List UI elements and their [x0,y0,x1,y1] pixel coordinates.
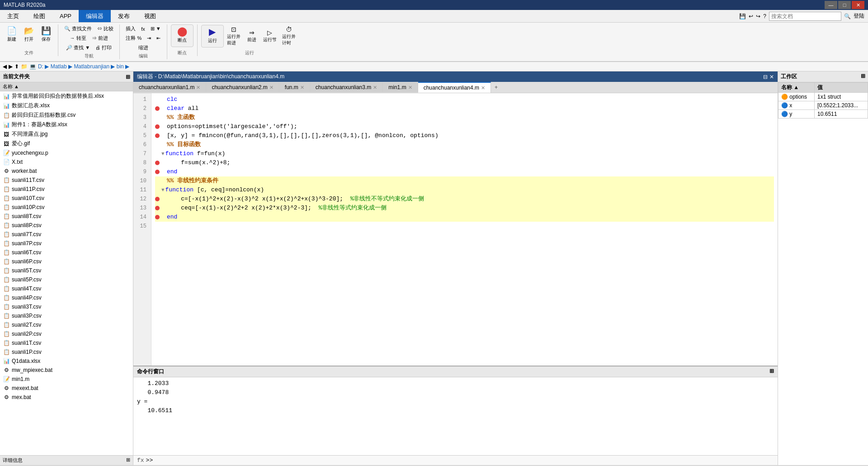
list-item[interactable]: ⚙mexext.bat [0,384,133,393]
fold-icon[interactable]: ▼ [161,185,165,195]
list-item[interactable]: 📋suanli6P.csv [0,257,133,266]
fold-icon[interactable]: ▼ [161,149,165,158]
code-line[interactable]: ▼function f=fun(x) [155,149,774,158]
search-button[interactable]: 🔎 查找 ▼ [64,43,92,52]
list-item[interactable]: 📋suanli7P.csv [0,239,133,248]
editor-close-icon[interactable]: ✕ [769,74,774,80]
minimize-button[interactable]: — [825,1,837,9]
editor-tab[interactable]: chuanchuanxunlian3.m✕ [310,82,383,92]
tab-close-icon[interactable]: ✕ [196,85,200,90]
list-item[interactable]: 🖼爱心.gif [0,139,133,148]
code-line[interactable]: ▼function [c, ceq]=nonlcon(x) [155,185,774,195]
list-item[interactable]: 📋suanli8T.csv [0,212,133,221]
forward-nav-btn[interactable]: ▶ [9,63,13,70]
menu-app[interactable]: APP [52,10,79,22]
help-icon[interactable]: ? [763,13,766,19]
advance-button[interactable]: ⇒ 前进 [90,34,110,43]
list-item[interactable]: 📋suanli3T.csv [0,302,133,311]
indent2-button[interactable]: ⇥ [145,34,153,42]
print-button[interactable]: 🖨 打印 [93,43,114,52]
login-btn[interactable]: 登陆 [854,12,864,20]
code-line[interactable]: f=sum(x.^2)+8; [155,158,774,167]
comment-button[interactable]: 注释 % [123,34,144,43]
run-timer-button[interactable]: ⏱ 运行并计时 [280,24,298,48]
list-item[interactable]: 📊附件1：赛题A数据.xlsx [0,120,133,129]
ws-row[interactable]: 🟠 options1x1 struct [778,93,868,101]
list-item[interactable]: 📋suanli2P.csv [0,329,133,338]
list-item[interactable]: 📋suanli10T.csv [0,194,133,203]
code-line[interactable]: clear all [155,104,774,113]
search-btn[interactable]: 🔍 [844,13,851,19]
back-nav-btn[interactable]: ◀ [3,63,7,70]
cmd-expand-icon[interactable]: ⊞ [769,368,774,376]
goto-button[interactable]: → 转至 [68,34,89,43]
list-item[interactable]: 🖼不同泄露点.jpg [0,129,133,139]
indent-button[interactable]: ⊞ ▼ [148,25,163,33]
cmd-input[interactable] [155,457,774,464]
redo-icon[interactable]: ↪ [756,13,760,19]
ws-row[interactable]: 🔵 y10.6511 [778,110,868,119]
list-item[interactable]: 📊Q1data.xlsx [0,357,133,366]
list-item[interactable]: 📋suanli1T.csv [0,338,133,347]
save-button[interactable]: 💾 保存 [38,24,54,44]
menu-view[interactable]: 视图 [137,10,163,22]
list-item[interactable]: 📋suanli11P.csv [0,185,133,194]
breakpoint-button[interactable]: ⬤ 断点 [171,24,193,47]
code-line[interactable]: clc [155,95,774,104]
code-editor[interactable]: 123456789101112131415 clcclear all%% 主函数… [133,93,778,366]
list-item[interactable]: 📄X.txt [0,157,133,166]
maximize-button[interactable]: □ [838,1,851,9]
tab-close-icon[interactable]: ✕ [373,85,377,90]
path-d[interactable]: D: [38,63,43,70]
insert-button[interactable]: 插入 [123,24,138,33]
list-item[interactable]: 📋suanli11T.csv [0,176,133,185]
list-item[interactable]: 📋suanli8P.csv [0,221,133,230]
path-matlabruanjian[interactable]: Matlabruanjian [74,63,109,70]
tab-close-icon[interactable]: ✕ [269,85,274,90]
tab-close-icon[interactable]: ✕ [300,85,304,90]
ws-row[interactable]: 🔵 x[0.5522;1.2033... [778,101,868,110]
detail-expand-icon[interactable]: ⊞ [126,457,130,464]
menu-editor[interactable]: 编辑器 [79,10,111,22]
list-item[interactable]: 📝min1.m [0,375,133,384]
list-item[interactable]: 📝yucechengxu.p [0,148,133,157]
workspace-expand-icon[interactable]: ⊞ [861,73,865,81]
list-item[interactable]: 📋龄回归归正后指标数据.csv [0,110,133,120]
list-item[interactable]: 📋suanli4P.csv [0,293,133,302]
search-doc-input[interactable] [769,12,841,21]
tab-close-icon[interactable]: ✕ [408,85,412,90]
list-item[interactable]: 📊异常值用龄回归拟合的数据替换后.xlsx [0,91,133,101]
list-item[interactable]: 📋suanli1P.csv [0,347,133,357]
code-line[interactable]: [x, y] = fmincon(@fun,rand(3,1),[],[],[]… [155,131,774,140]
editor-tab[interactable]: chuanchuanxunlian1.m✕ [133,82,206,92]
path-matlab[interactable]: Matlab [51,63,67,70]
list-item[interactable]: ⚙mw_mpiexec.bat [0,366,133,375]
cmd-content[interactable]: 1.2033 0.9478y = 10.6511 [133,377,778,455]
editor-minimize-icon[interactable]: ⊟ [763,74,768,80]
list-item[interactable]: 📋suanli10P.csv [0,203,133,212]
editor-tab[interactable]: min1.m✕ [383,82,418,92]
find-file-button[interactable]: 🔍 查找文件 [62,24,94,33]
outdent-button[interactable]: ⇤ [154,34,163,42]
fx-button[interactable]: fx [139,25,147,33]
editor-tab[interactable]: chuanchuanxunlian2.m✕ [206,82,279,92]
list-item[interactable]: ⚙mex.bat [0,393,133,402]
editor-tab[interactable]: chuanchuanxunlian4.m✕ [418,82,491,93]
code-line[interactable]: %% 非线性约束条件 [155,176,774,185]
path-bin[interactable]: bin [117,63,124,70]
list-item[interactable]: 📋suanli5P.csv [0,275,133,284]
open-button[interactable]: 📂 打开 [21,24,37,44]
compare-button[interactable]: ⇔ 比较 [95,24,116,33]
list-item[interactable]: 📋suanli4T.csv [0,284,133,293]
run-section-button[interactable]: ▷ 运行节 [261,28,279,44]
run-advance-button[interactable]: ⊡ 运行并前进 [225,24,243,48]
editor-tab[interactable]: fun.m✕ [279,82,310,92]
menu-publish[interactable]: 发布 [111,10,137,22]
advance-edit-button[interactable]: 缩进 [136,43,151,52]
code-line[interactable]: %% 主函数 [155,113,774,122]
code-line[interactable]: ceq=[-x(1)-x(2)^2+2 x(2)+2*x(3)^2-3]; %非… [155,204,774,213]
add-tab-button[interactable]: + [491,82,501,92]
list-item[interactable]: 📋suanli3P.csv [0,311,133,320]
list-item[interactable]: 📋suanli2T.csv [0,320,133,329]
tab-close-icon[interactable]: ✕ [481,85,485,91]
